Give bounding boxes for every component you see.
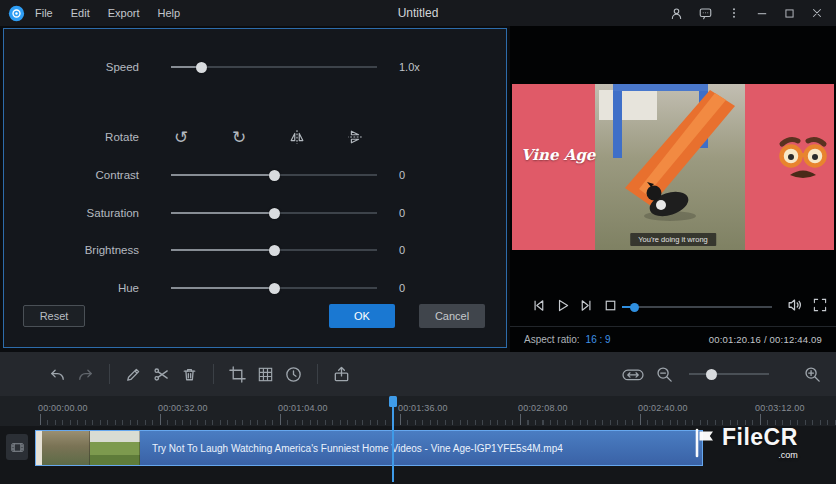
saturation-value: 0 [399,207,405,219]
filecr-watermark: FileCR .com [693,426,798,460]
speed-row: Speed 1.0x [4,55,506,79]
clip-name: Try Not To Laugh Watching America's Funn… [152,443,563,454]
ruler-label: 00:00:00.00 [38,403,88,413]
brightness-slider-fill [171,249,274,251]
fullscreen-icon[interactable] [812,297,828,313]
menu-export[interactable]: Export [108,7,140,19]
menu-bar: File Edit Export Help [35,7,180,19]
ruler-label: 00:01:36.00 [398,403,448,413]
progress-track[interactable] [622,306,772,308]
saturation-slider-handle[interactable] [269,208,280,219]
feedback-icon[interactable] [698,6,713,21]
saturation-row: Saturation 0 [4,201,506,225]
contrast-slider[interactable] [171,167,377,183]
menu-file[interactable]: File [35,7,53,19]
zoom-slider-track[interactable] [689,373,769,375]
timeline-ruler[interactable]: 00:00:00.00 00:00:32.00 00:01:04.00 00:0… [0,396,836,426]
saturation-slider[interactable] [171,205,377,221]
duration-icon[interactable] [284,365,303,384]
split-icon[interactable] [152,365,171,384]
speed-label: Speed [4,61,139,73]
app-logo-icon [8,5,25,22]
contrast-row: Contrast 0 [4,163,506,187]
toolbar-divider [213,364,214,384]
playback-controls [510,292,836,320]
contrast-slider-handle[interactable] [269,170,280,181]
menu-help[interactable]: Help [158,7,181,19]
flip-vertical-icon[interactable] [345,127,365,147]
rotate-label: Rotate [4,131,139,143]
contrast-value: 0 [399,169,405,181]
speed-value: 1.0x [399,61,420,73]
playhead[interactable] [392,398,394,482]
aspect-ratio-label: Aspect ratio: [524,334,580,345]
next-frame-button[interactable] [578,297,595,314]
timeline-toolbar [0,352,836,396]
video-preview: Vine Age You're doing it wrong [512,84,834,250]
toolbar-divider [109,364,110,384]
hue-slider[interactable] [171,280,377,296]
rotate-row: Rotate ↺ ↻ [4,125,506,149]
speed-slider-handle[interactable] [196,62,207,73]
edit-clip-icon[interactable] [124,365,143,384]
zoom-in-icon[interactable] [803,365,822,384]
ruler-label: 00:02:08.00 [518,403,568,413]
flip-horizontal-icon[interactable] [287,127,307,147]
volume-icon[interactable] [786,296,804,314]
rotate-left-icon[interactable]: ↺ [171,127,191,147]
brightness-slider[interactable] [171,242,377,258]
more-options-icon[interactable] [727,6,741,20]
edit-panel-buttons: Reset OK Cancel [4,301,506,331]
time-display: 00:01:20.16 / 00:12:44.09 [709,334,822,345]
filecr-name: FileCR [722,426,798,449]
brightness-value: 0 [399,244,405,256]
rotate-right-icon[interactable]: ↻ [229,127,249,147]
hue-label: Hue [4,282,139,294]
hue-value: 0 [399,282,405,294]
ruler-ticks-major [40,414,836,425]
preview-panel: Vine Age You're doing it wrong [510,26,836,352]
undo-icon[interactable] [48,365,67,384]
export-icon[interactable] [332,365,351,384]
close-button[interactable] [810,6,824,20]
speed-slider[interactable] [171,59,377,75]
fit-timeline-icon[interactable] [620,365,646,384]
crop-icon[interactable] [228,365,247,384]
ruler-label: 00:03:12.00 [755,403,805,413]
zoom-slider-handle[interactable] [706,369,717,380]
hue-slider-fill [171,287,274,289]
brightness-row: Brightness 0 [4,238,506,262]
hue-slider-handle[interactable] [269,283,280,294]
aspect-ratio-value[interactable]: 16 : 9 [586,334,611,345]
zoom-out-icon[interactable] [655,365,674,384]
clip-thumbnail [42,431,90,465]
minimize-button[interactable] [755,6,769,20]
brightness-slider-handle[interactable] [269,245,280,256]
contrast-label: Contrast [4,169,139,181]
mosaic-icon[interactable] [256,365,275,384]
app-window: File Edit Export Help Untitled [0,0,836,484]
delete-icon[interactable] [180,365,199,384]
stop-button[interactable] [602,297,619,314]
contrast-slider-fill [171,174,274,176]
account-icon[interactable] [669,6,684,21]
cancel-button[interactable]: Cancel [419,304,485,328]
previous-frame-button[interactable] [530,297,547,314]
toolbar-divider [317,364,318,384]
progress-slider[interactable] [622,300,772,314]
brightness-label: Brightness [4,244,139,256]
reset-button[interactable]: Reset [23,305,85,327]
progress-handle[interactable] [630,303,639,312]
ruler-label: 00:00:32.00 [158,403,208,413]
glasses-graphic [776,130,830,186]
play-button[interactable] [554,297,571,314]
menu-edit[interactable]: Edit [71,7,90,19]
playhead-handle[interactable] [389,396,397,407]
edit-panel: Speed 1.0x Rotate ↺ ↻ [3,28,507,348]
redo-icon[interactable] [76,365,95,384]
maximize-button[interactable] [783,7,796,20]
timeline-clip[interactable]: Try Not To Laugh Watching America's Funn… [35,430,703,466]
zoom-controls [620,365,836,384]
zoom-slider[interactable] [689,367,769,381]
ok-button[interactable]: OK [329,304,395,328]
